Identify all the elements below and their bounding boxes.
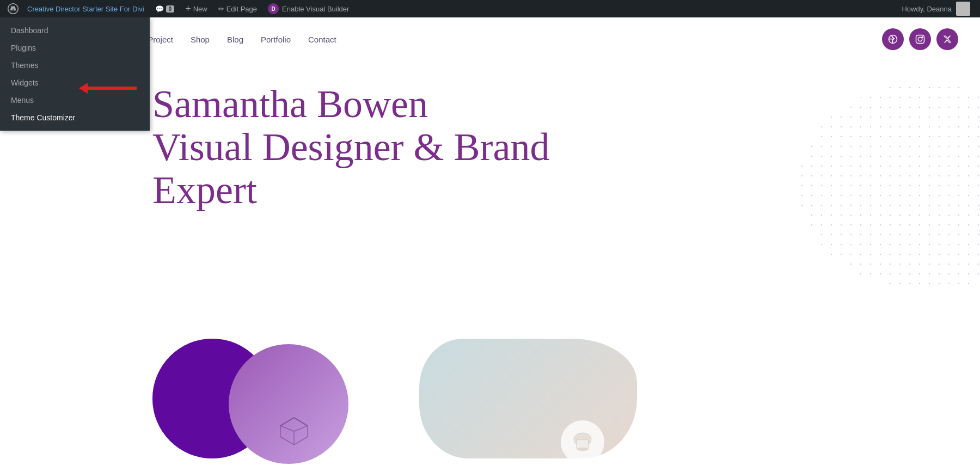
- divi-logo-icon: D: [268, 3, 279, 14]
- svg-line-10: [294, 418, 308, 426]
- nav-link-shop[interactable]: Shop: [191, 35, 210, 44]
- svg-point-2: [918, 37, 922, 41]
- dot-pattern-inner: [719, 83, 980, 290]
- cream-blob-image: [419, 339, 958, 464]
- cream-shape: [419, 339, 637, 458]
- user-avatar[interactable]: [956, 2, 970, 16]
- comment-bubble-icon: 💬: [155, 5, 164, 13]
- nav-link-contact[interactable]: Contact: [308, 35, 336, 44]
- menu-item-dashboard[interactable]: Dashboard: [0, 22, 150, 39]
- svg-line-6: [280, 426, 294, 431]
- nav-link-blog[interactable]: Blog: [227, 35, 243, 44]
- menu-item-menus[interactable]: Menus: [0, 91, 150, 109]
- hero-title-line2: Visual Designer & Brand: [152, 125, 550, 169]
- howdy-text: Howdy, Deanna: [902, 5, 952, 13]
- edit-page-link[interactable]: ✏ Edit Page: [213, 0, 262, 17]
- menu-item-widgets[interactable]: Widgets: [0, 74, 150, 91]
- svg-line-9: [280, 418, 294, 426]
- portfolio-images-section: [0, 322, 980, 464]
- svg-rect-1: [916, 35, 924, 44]
- admin-bar: Creative Director Starter Site For Divi …: [0, 0, 980, 17]
- twitter-x-icon-button[interactable]: [936, 28, 958, 50]
- svg-point-13: [577, 448, 589, 451]
- menu-item-plugins[interactable]: Plugins: [0, 39, 150, 57]
- pencil-icon: ✏: [218, 5, 224, 13]
- social-icons: [882, 28, 958, 50]
- plus-icon: +: [185, 4, 191, 14]
- dot-pattern-decoration: [719, 83, 980, 290]
- hero-title-line3: Expert: [152, 168, 257, 212]
- jar-decoration: [561, 420, 604, 464]
- new-label: New: [193, 5, 207, 13]
- nav-link-portfolio[interactable]: Portfolio: [261, 35, 291, 44]
- nav-link-project[interactable]: Project: [148, 35, 173, 44]
- menu-item-theme-customizer[interactable]: Theme Customizer: [0, 109, 150, 126]
- purple-blob-image: [152, 339, 408, 464]
- appearance-dropdown-menu: Dashboard Plugins Themes Widgets Menus T…: [0, 17, 150, 131]
- svg-point-3: [922, 36, 923, 38]
- site-name-link[interactable]: Creative Director Starter Site For Divi: [22, 0, 150, 17]
- edit-page-label: Edit Page: [226, 5, 257, 13]
- dribbble-icon-button[interactable]: [882, 28, 904, 50]
- wp-logo-icon[interactable]: [4, 0, 22, 17]
- comment-count: 0: [166, 5, 175, 13]
- instagram-icon-button[interactable]: [909, 28, 931, 50]
- enable-visual-builder-link[interactable]: D Enable Visual Builder: [262, 0, 354, 17]
- comments-link[interactable]: 💬 0: [150, 0, 180, 17]
- hero-title-line1: Samantha Bowen: [152, 82, 428, 126]
- new-content-link[interactable]: + New: [180, 0, 213, 17]
- hero-title: Samantha Bowen Visual Designer & Brand E…: [152, 83, 588, 212]
- admin-bar-right: Howdy, Deanna: [902, 2, 976, 16]
- svg-line-7: [294, 426, 308, 431]
- enable-visual-builder-label: Enable Visual Builder: [282, 5, 349, 13]
- menu-item-themes[interactable]: Themes: [0, 57, 150, 74]
- gem-icon: [278, 415, 310, 448]
